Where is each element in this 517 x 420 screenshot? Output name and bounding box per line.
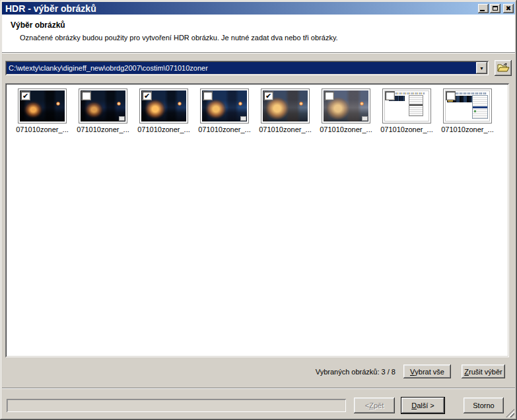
thumbnail-frame[interactable] <box>382 88 431 123</box>
select-all-button[interactable]: Vybrat vše <box>403 365 451 378</box>
browse-folder-button[interactable] <box>495 60 512 76</box>
checkmark-icon: ✔ <box>22 92 28 99</box>
thumbnail-checkbox[interactable]: ✔ <box>142 91 152 100</box>
thumbnail-checkbox[interactable] <box>446 91 456 100</box>
path-dropdown-button[interactable]: ▼ <box>476 62 487 74</box>
thumbnail-checkbox[interactable] <box>203 91 213 100</box>
thumbnail-badge-icon <box>119 116 125 121</box>
thumbnail-list: ✔ 071010zoner_... 071010zoner_... <box>5 83 509 357</box>
thumbnail-item[interactable]: 071010zoner_... <box>73 88 133 133</box>
cancel-button[interactable]: Storno <box>464 398 504 413</box>
thumbnail-frame[interactable] <box>200 88 249 123</box>
thumbnail-filename: 071010zoner_... <box>259 125 312 133</box>
window-controls: ✖ <box>478 4 515 13</box>
next-button[interactable]: Další > <box>401 398 444 413</box>
thumbnail-badge-icon <box>240 116 246 121</box>
progress-bar <box>7 399 346 412</box>
checkmark-icon: ✔ <box>265 92 271 99</box>
thumbnail-frame[interactable] <box>79 88 127 123</box>
thumbnail-filename: 071010zoner_... <box>380 125 433 133</box>
decor <box>117 102 121 106</box>
page-description: Označené obrázky budou použity pro vytvo… <box>20 34 338 42</box>
thumbnail-frame[interactable]: ✔ <box>139 88 188 123</box>
decor <box>56 102 60 106</box>
minimize-button[interactable] <box>478 4 489 13</box>
thumbnail-filename: 071010zoner_... <box>16 125 69 133</box>
thumbnail-filename: 071010zoner_... <box>320 125 372 133</box>
wizard-header: Výběr obrázků Označené obrázky budou pou… <box>2 15 515 53</box>
thumbnail-frame[interactable] <box>443 88 492 123</box>
close-button[interactable]: ✖ <box>503 4 514 13</box>
page-title: Výběr obrázků <box>11 20 65 30</box>
resize-grip-icon[interactable] <box>506 409 514 417</box>
decor <box>238 102 242 106</box>
open-folder-icon <box>497 63 510 73</box>
thumbnail-filename: 071010zoner_... <box>137 125 190 133</box>
thumbnail-item[interactable]: ✔ 071010zoner_... <box>133 88 194 133</box>
back-button[interactable]: < Zpět <box>354 398 395 413</box>
window-title: HDR - výběr obrázků <box>2 3 96 14</box>
path-value[interactable]: C:\wtexty\clanky\digineff_new\obrdg2007\… <box>7 62 476 74</box>
maximize-icon <box>493 6 498 11</box>
thumbnail-item[interactable]: ✔ 071010zoner_... <box>12 88 73 133</box>
thumbnail-filename: 071010zoner_... <box>198 125 251 133</box>
hdr-selection-dialog: HDR - výběr obrázků ✖ Výběr obrázků Ozna… <box>0 0 517 420</box>
decor <box>360 102 364 106</box>
titlebar[interactable]: HDR - výběr obrázků ✖ <box>2 2 515 15</box>
decor <box>299 102 303 106</box>
down-arrow-icon: ▼ <box>479 66 484 71</box>
thumbnail-item[interactable]: 071010zoner_... <box>376 88 437 133</box>
thumbnail-badge-icon <box>362 116 368 121</box>
selected-count-label: Vybraných obrázků: 3 / 8 <box>316 368 396 376</box>
decor <box>472 95 488 119</box>
minimize-icon <box>480 10 485 11</box>
path-combobox[interactable]: C:\wtexty\clanky\digineff_new\obrdg2007\… <box>5 61 489 75</box>
thumbnail-checkbox[interactable]: ✔ <box>20 91 30 100</box>
thumbnail-item[interactable]: 071010zoner_... <box>437 88 498 133</box>
decor <box>409 95 423 116</box>
thumbnail-checkbox[interactable] <box>385 91 395 100</box>
thumbnail-frame[interactable]: ✔ <box>18 88 67 123</box>
close-icon: ✖ <box>506 5 511 13</box>
thumbnail-item[interactable]: 071010zoner_... <box>316 88 376 133</box>
clear-selection-button[interactable]: Zrušit výběr <box>462 365 505 378</box>
checkmark-icon: ✔ <box>144 92 150 99</box>
maximize-button[interactable] <box>490 4 500 13</box>
thumbnail-frame[interactable] <box>322 88 370 123</box>
thumbnail-filename: 071010zoner_... <box>441 125 494 133</box>
thumbnail-checkbox[interactable] <box>324 91 334 100</box>
thumbnail-filename: 071010zoner_... <box>77 125 129 133</box>
decor <box>178 102 182 106</box>
footer-separator <box>2 388 515 389</box>
thumbnail-item[interactable]: 071010zoner_... <box>194 88 255 133</box>
thumbnail-checkbox[interactable] <box>81 91 91 100</box>
thumbnail-row: ✔ 071010zoner_... 071010zoner_... <box>5 83 509 133</box>
thumbnail-item[interactable]: ✔ 071010zoner_... <box>255 88 316 133</box>
thumbnail-checkbox[interactable]: ✔ <box>263 91 273 100</box>
thumbnail-frame[interactable]: ✔ <box>261 88 310 123</box>
